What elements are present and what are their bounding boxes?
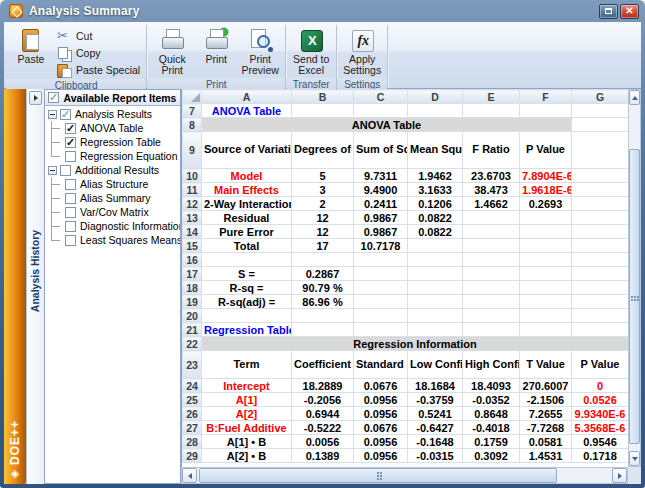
cell-G29[interactable]: 0.1718 (572, 449, 629, 463)
cell-A25[interactable]: A[1] (202, 393, 292, 407)
cell-B25[interactable]: -0.2056 (292, 393, 354, 407)
tree-item-var-cov-matrix[interactable]: Var/Cov Matrix (45, 205, 180, 219)
cell-E23[interactable]: High Confidence (463, 351, 520, 379)
cell-F26[interactable]: 7.2655 (520, 407, 572, 421)
cell-C13[interactable]: 0.9867 (354, 211, 408, 225)
cell-G15[interactable] (572, 239, 629, 253)
tree-item-regression-equation[interactable]: Regression Equation (45, 149, 180, 163)
cell-F13[interactable] (520, 211, 572, 225)
cell-E15[interactable] (463, 239, 520, 253)
cell-F12[interactable]: 0.2693 (520, 197, 572, 211)
checkbox[interactable] (65, 193, 76, 204)
cell-B15[interactable]: 17 (292, 239, 354, 253)
cell-E17[interactable] (463, 267, 520, 281)
row-header-14[interactable]: 14 (183, 225, 202, 239)
cell-A18[interactable]: R-sq = (202, 281, 292, 295)
cut-button[interactable]: Cut (53, 27, 143, 44)
checkbox[interactable] (65, 235, 76, 246)
cell-B23[interactable]: Coefficient (292, 351, 354, 379)
cell-B28[interactable]: 0.0056 (292, 435, 354, 449)
cell-B12[interactable]: 2 (292, 197, 354, 211)
cell-E19[interactable] (463, 295, 520, 309)
cell-A21[interactable]: Regression Table (202, 323, 292, 337)
cell-B20[interactable] (292, 309, 354, 323)
cell-E21[interactable] (463, 323, 520, 337)
cell-B27[interactable]: -0.5222 (292, 421, 354, 435)
column-header-G[interactable]: G (572, 90, 629, 104)
cell-B18[interactable]: 90.79 % (292, 281, 354, 295)
quick-print-button[interactable]: QuickPrint (150, 26, 194, 77)
cell-G8[interactable] (572, 118, 629, 132)
cell-B11[interactable]: 3 (292, 183, 354, 197)
cell-A17[interactable]: S = (202, 267, 292, 281)
cell-D24[interactable]: 18.1684 (408, 379, 463, 393)
cell-F9[interactable]: P Value (520, 132, 572, 169)
send-to-excel-button[interactable]: Send toExcel (289, 26, 333, 77)
cell-D25[interactable]: -0.3759 (408, 393, 463, 407)
cell-B19[interactable]: 86.96 % (292, 295, 354, 309)
cell-C18[interactable] (354, 281, 408, 295)
cell-B26[interactable]: 0.6944 (292, 407, 354, 421)
cell-C9[interactable]: Sum of Squares [Partial] (354, 132, 408, 169)
cell-C19[interactable] (354, 295, 408, 309)
cell-A20[interactable] (202, 309, 292, 323)
checkbox[interactable] (65, 179, 76, 190)
checkbox[interactable] (65, 137, 76, 148)
paste-special-button[interactable]: Paste Special (53, 61, 143, 78)
select-all-corner[interactable] (183, 90, 202, 104)
column-header-C[interactable]: C (354, 90, 408, 104)
copy-button[interactable]: Copy (53, 44, 143, 61)
title-bar[interactable]: Analysis Summary ✕ (4, 0, 641, 22)
cell-D28[interactable]: -0.1648 (408, 435, 463, 449)
cell-G23[interactable]: P Value (572, 351, 629, 379)
cell-G11[interactable] (572, 183, 629, 197)
apply-settings-button[interactable]: ApplySettings (340, 26, 384, 77)
row-header-24[interactable]: 24 (183, 379, 202, 393)
cell-F10[interactable]: 7.8904E-6 (520, 169, 572, 183)
cell-F27[interactable]: -7.7268 (520, 421, 572, 435)
cell-D20[interactable] (408, 309, 463, 323)
tree-item-diagnostic-information[interactable]: Diagnostic Information (45, 219, 180, 233)
cell-C23[interactable]: Standard Error (354, 351, 408, 379)
cell-B14[interactable]: 12 (292, 225, 354, 239)
cell-G10[interactable] (572, 169, 629, 183)
cell-B21[interactable] (292, 323, 354, 337)
cell-B10[interactable]: 5 (292, 169, 354, 183)
cell-E10[interactable]: 23.6703 (463, 169, 520, 183)
row-header-22[interactable]: 22 (183, 337, 202, 351)
cell-G7[interactable] (572, 104, 629, 118)
cell-A27[interactable]: B:Fuel Additive (202, 421, 292, 435)
vertical-scrollbar[interactable] (628, 89, 641, 467)
row-header-21[interactable]: 21 (183, 323, 202, 337)
expand-panel-button[interactable] (29, 91, 42, 105)
tree-item-regression-table[interactable]: Regression Table (45, 135, 180, 149)
close-button[interactable]: ✕ (620, 4, 639, 19)
cell-A9[interactable]: Source of Variation (202, 132, 292, 169)
tree-group-analysis-results[interactable]: Analysis Results (45, 107, 180, 121)
cell-A16[interactable] (202, 253, 292, 267)
cell-D23[interactable]: Low Confidence (408, 351, 463, 379)
cell-G18[interactable] (572, 281, 629, 295)
row-header-7[interactable]: 7 (183, 104, 202, 118)
cell-D13[interactable]: 0.0822 (408, 211, 463, 225)
checkbox[interactable] (65, 123, 76, 134)
cell-B16[interactable] (292, 253, 354, 267)
cell-C29[interactable]: 0.0956 (354, 449, 408, 463)
cell-F15[interactable] (520, 239, 572, 253)
cell-E20[interactable] (463, 309, 520, 323)
cell-C12[interactable]: 0.2411 (354, 197, 408, 211)
scroll-down-button[interactable] (629, 451, 640, 466)
restore-button[interactable] (599, 4, 618, 19)
cell-F29[interactable]: 1.4531 (520, 449, 572, 463)
cell-E28[interactable]: 0.1759 (463, 435, 520, 449)
cell-D11[interactable]: 3.1633 (408, 183, 463, 197)
row-header-20[interactable]: 20 (183, 309, 202, 323)
cell-C25[interactable]: 0.0956 (354, 393, 408, 407)
cell-A26[interactable]: A[2] (202, 407, 292, 421)
cell-D18[interactable] (408, 281, 463, 295)
cell-B9[interactable]: Degrees of Freedom (292, 132, 354, 169)
collapse-icon[interactable] (48, 166, 57, 175)
paste-button[interactable]: Paste (9, 26, 53, 66)
cell-A19[interactable]: R-sq(adj) = (202, 295, 292, 309)
cell-F7[interactable] (520, 104, 572, 118)
